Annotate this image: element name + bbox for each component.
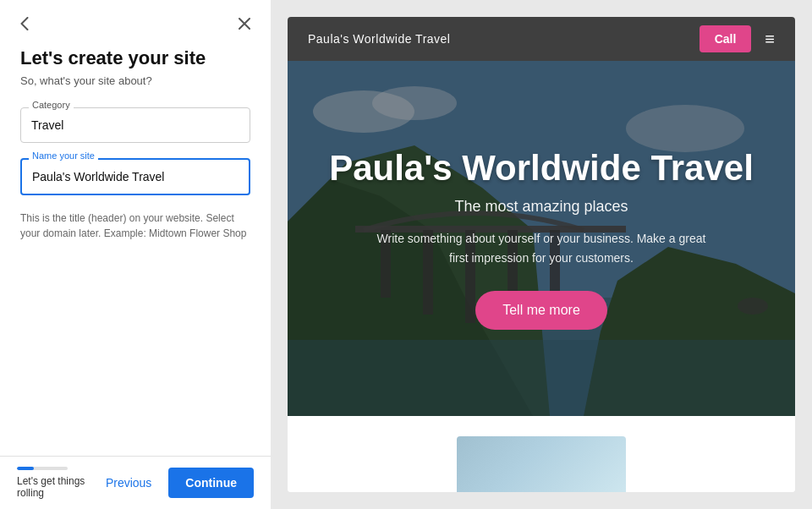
- page-subtitle: So, what's your site about?: [20, 74, 250, 87]
- progress-bar: [17, 467, 68, 470]
- preview-container: Paula's Worldwide Travel Call ≡: [288, 17, 795, 492]
- category-label: Category: [29, 100, 74, 110]
- preview-nav-actions: Call ≡: [700, 25, 775, 52]
- panel-top-bar: [0, 0, 271, 41]
- site-name-label: Name your site: [29, 151, 98, 161]
- bottom-status-text: Let's get things rolling: [17, 475, 99, 499]
- left-panel: Let's create your site So, what's your s…: [0, 0, 271, 509]
- hero-tagline: The most amazing places: [329, 198, 754, 216]
- bottom-bar-left: Let's get things rolling: [17, 467, 99, 499]
- category-field-group: Category: [20, 107, 250, 143]
- hero-description: Write something about yourself or your b…: [372, 229, 710, 267]
- progress-fill: [17, 467, 34, 470]
- panel-content: Let's create your site So, what's your s…: [0, 41, 271, 456]
- site-name-field-group: Name your site: [20, 158, 250, 195]
- preview-call-button[interactable]: Call: [700, 25, 752, 52]
- page-title: Let's create your site: [20, 47, 250, 69]
- below-fold-image: [457, 436, 626, 492]
- hero-cta-button[interactable]: Tell me more: [475, 291, 607, 330]
- preview-menu-icon: ≡: [765, 30, 775, 49]
- preview-hero: Paula's Worldwide Travel The most amazin…: [288, 61, 795, 416]
- bottom-actions: Previous Continue: [99, 468, 254, 498]
- hero-title: Paula's Worldwide Travel: [329, 147, 754, 189]
- field-hint-text: This is the title (header) on your websi…: [20, 211, 250, 241]
- hero-content: Paula's Worldwide Travel The most amazin…: [295, 147, 787, 330]
- close-button[interactable]: [235, 14, 254, 33]
- bottom-bar: Let's get things rolling Previous Contin…: [0, 456, 271, 509]
- category-input[interactable]: [20, 107, 250, 143]
- back-button[interactable]: [17, 14, 32, 34]
- previous-button[interactable]: Previous: [99, 473, 158, 493]
- preview-below-fold: [288, 416, 795, 492]
- continue-button[interactable]: Continue: [168, 468, 254, 498]
- preview-nav-brand: Paula's Worldwide Travel: [308, 32, 450, 46]
- right-panel: Paula's Worldwide Travel Call ≡: [271, 0, 812, 509]
- preview-navbar: Paula's Worldwide Travel Call ≡: [288, 17, 795, 61]
- site-name-input[interactable]: [20, 158, 250, 195]
